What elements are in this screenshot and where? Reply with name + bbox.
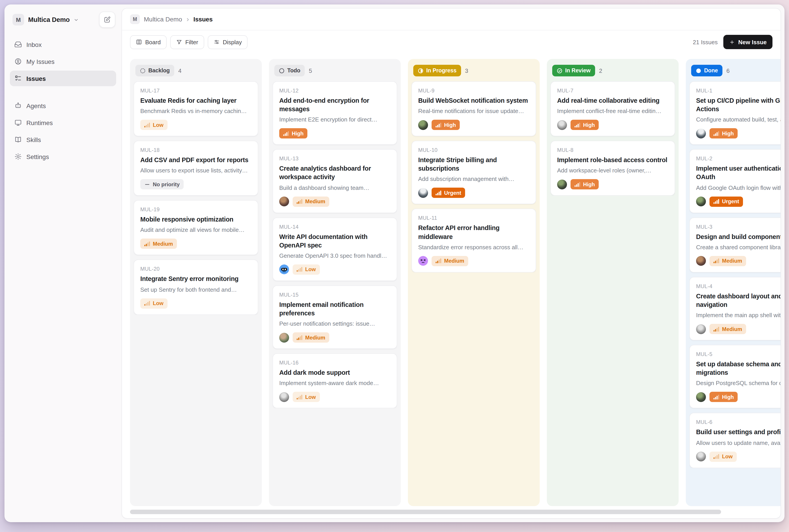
compose-button[interactable] (99, 12, 115, 28)
half-circle-icon (418, 68, 424, 74)
issue-footer: High (279, 129, 391, 139)
column-menu-button[interactable] (233, 65, 244, 76)
issue-id: MUL-1 (696, 88, 781, 94)
column-count: 2 (599, 67, 602, 74)
issue-id: MUL-15 (279, 292, 391, 298)
issue-description: Allow users to update name, avatar,… (696, 439, 781, 446)
sidebar-item-settings[interactable]: Settings (10, 149, 116, 164)
priority-badge: Medium (710, 256, 746, 266)
column-cards: MUL-9 Build WebSocket notification syste… (412, 81, 536, 272)
board-column-in-progress: In Progress 3 MUL-9 Build WebSocket noti… (408, 59, 540, 506)
issue-card[interactable]: MUL-12 Add end-to-end encryption for mes… (273, 81, 397, 145)
issue-description: Add Google OAuth login flow with JWT… (696, 184, 781, 191)
column-actions (650, 65, 672, 76)
issue-card[interactable]: MUL-9 Build WebSocket notification syste… (412, 81, 536, 136)
issue-card[interactable]: MUL-17 Evaluate Redis for caching layer … (134, 81, 258, 136)
priority-label: Low (305, 266, 316, 273)
breadcrumb-workspace-chip: M (130, 14, 140, 24)
board-view-button[interactable]: Board (130, 35, 166, 49)
assignee-avatar (418, 188, 428, 198)
issue-card[interactable]: MUL-2 Implement user authentication with… (689, 149, 781, 213)
issue-title: Refactor API error handling middleware (418, 224, 529, 241)
filter-button[interactable]: Filter (170, 35, 204, 49)
issue-card[interactable]: MUL-5 Set up database schema and migrati… (689, 345, 781, 408)
workspace-switcher[interactable]: Multica Demo (28, 16, 79, 23)
sidebar-item-my-issues[interactable]: My Issues (10, 54, 116, 69)
column-header: In Progress 3 (412, 62, 536, 81)
new-issue-button[interactable]: New Issue (724, 35, 772, 49)
sidebar-item-issues[interactable]: Issues (10, 71, 116, 86)
column-menu-button[interactable] (372, 65, 383, 76)
issue-footer: Low (140, 120, 251, 130)
column-add-button[interactable] (523, 65, 533, 76)
issue-card[interactable]: MUL-10 Integrate Stripe billing and subs… (412, 141, 536, 204)
priority-label: High (583, 182, 595, 188)
breadcrumb-workspace[interactable]: Multica Demo (144, 16, 182, 23)
issue-card[interactable]: MUL-18 Add CSV and PDF export for report… (134, 141, 258, 196)
issue-card[interactable]: MUL-3 Design and build component library… (689, 217, 781, 272)
column-menu-button[interactable] (511, 65, 522, 76)
issue-id: MUL-2 (696, 156, 781, 162)
issue-card[interactable]: MUL-7 Add real-time collaborative editin… (550, 81, 675, 136)
priority-bars-icon (714, 326, 719, 332)
filter-label: Filter (185, 39, 198, 45)
column-count: 3 (465, 67, 468, 74)
issue-card[interactable]: MUL-13 Create analytics dashboard for wo… (273, 149, 397, 213)
display-button[interactable]: Display (208, 35, 247, 49)
sidebar-item-inbox[interactable]: Inbox (10, 37, 116, 52)
issue-title: Add end-to-end encryption for messages (279, 96, 391, 114)
issue-card[interactable]: MUL-19 Mobile responsive optimization Au… (134, 200, 258, 255)
sidebar-item-skills[interactable]: Skills (10, 132, 116, 147)
issue-card[interactable]: MUL-20 Integrate Sentry error monitoring… (134, 260, 258, 315)
board-icon (136, 39, 142, 45)
priority-label: Low (722, 453, 733, 460)
book-icon (14, 136, 22, 144)
column-status-pill: Todo (274, 65, 305, 76)
sidebar-item-runtimes[interactable]: Runtimes (10, 115, 116, 130)
assignee-avatar (279, 392, 289, 402)
column-header: In Review 2 (550, 62, 675, 81)
issue-card[interactable]: MUL-16 Add dark mode support Implement s… (273, 354, 397, 408)
assignee-avatar (696, 392, 706, 402)
horizontal-scrollbar-thumb[interactable] (130, 510, 721, 514)
issue-title: Create dashboard layout and navigation (696, 292, 781, 309)
column-add-button[interactable] (245, 65, 256, 76)
column-menu-button[interactable] (650, 65, 661, 76)
column-add-button[interactable] (384, 65, 394, 76)
issue-card[interactable]: MUL-14 Write API documentation with Open… (273, 217, 397, 281)
issue-description: Build a dashboard showing team… (279, 184, 391, 191)
issue-title: Write API documentation with OpenAPI spe… (279, 232, 391, 250)
assignee-avatar (418, 120, 428, 130)
issue-title: Add CSV and PDF export for reports (140, 156, 251, 164)
column-cards: MUL-17 Evaluate Redis for caching layer … (134, 81, 258, 315)
issue-footer: High (696, 392, 781, 402)
horizontal-scrollbar[interactable] (130, 510, 772, 514)
priority-label: Low (305, 394, 316, 400)
board-column-in-review: In Review 2 MUL-7 Add real-time collabor… (547, 59, 679, 506)
assignee-avatar (279, 196, 289, 206)
issue-description: Add subscription management with… (418, 176, 529, 183)
issue-card[interactable]: MUL-4 Create dashboard layout and naviga… (689, 277, 781, 341)
issue-card[interactable]: MUL-11 Refactor API error handling middl… (412, 209, 536, 272)
issue-id: MUL-13 (279, 156, 391, 162)
issue-card[interactable]: MUL-15 Implement email notification pref… (273, 285, 397, 349)
column-count: 4 (178, 67, 182, 74)
issue-description: Real-time notifications for issue update… (418, 108, 529, 114)
issue-footer: High (418, 120, 529, 130)
board-column-done: Done 6 MUL-1 Set up CI/CD pipeline with … (686, 59, 781, 506)
priority-label: Low (153, 300, 164, 306)
sidebar-item-agents[interactable]: Agents (10, 98, 116, 113)
robot-icon (14, 102, 22, 110)
issue-card[interactable]: MUL-1 Set up CI/CD pipeline with GitHub … (689, 81, 781, 145)
ellipsis-icon (652, 67, 659, 74)
issue-card[interactable]: MUL-8 Implement role-based access contro… (550, 141, 675, 196)
priority-label: High (444, 122, 456, 128)
column-header: Done 6 (689, 62, 781, 81)
display-icon (213, 39, 220, 45)
column-header: Todo 5 (273, 62, 397, 81)
priority-label: High (292, 130, 304, 137)
issue-footer: High (557, 120, 669, 130)
issue-card[interactable]: MUL-6 Build user settings and profile pa… (689, 413, 781, 468)
column-add-button[interactable] (662, 65, 672, 76)
dizzy-avatar (418, 256, 428, 266)
